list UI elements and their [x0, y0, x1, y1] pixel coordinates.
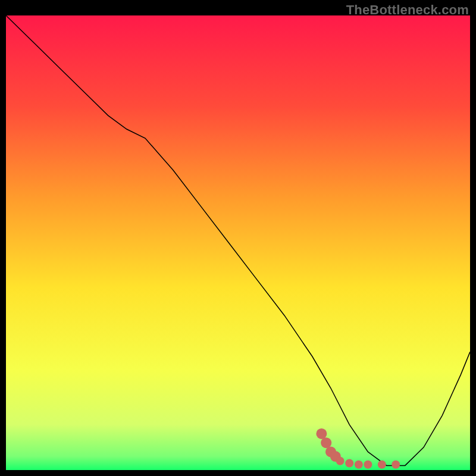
- marker-dot: [392, 461, 400, 469]
- watermark-text: TheBottleneck.com: [346, 2, 469, 18]
- marker-dot: [321, 437, 331, 448]
- marker-dot: [378, 461, 386, 469]
- marker-dot: [355, 461, 363, 469]
- marker-dot: [336, 457, 345, 465]
- marker-dot: [364, 461, 372, 469]
- marker-dot: [316, 428, 327, 439]
- marker-dot: [345, 459, 353, 468]
- bottleneck-chart: [6, 15, 470, 470]
